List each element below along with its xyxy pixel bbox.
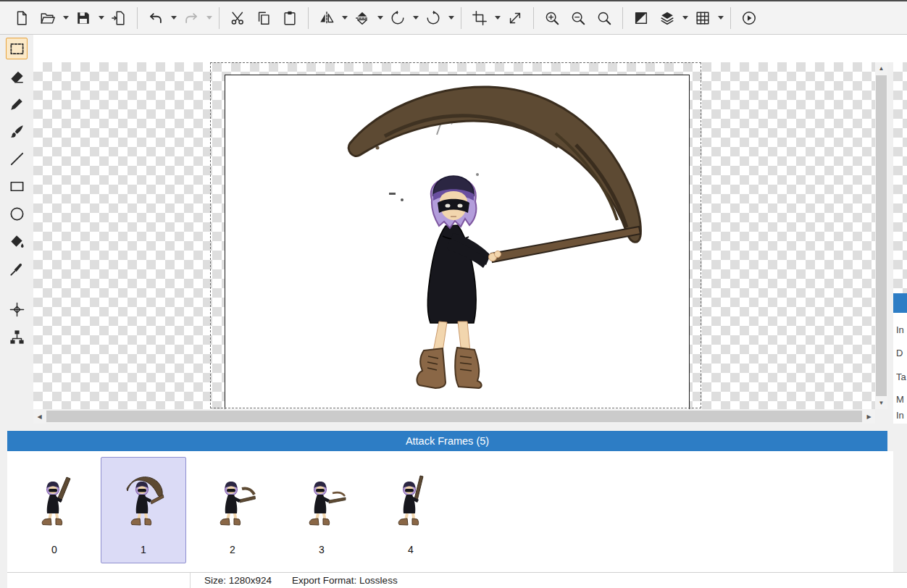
scroll-up-arrow[interactable]: ▲ bbox=[875, 62, 887, 75]
brush-tool[interactable] bbox=[6, 120, 28, 142]
frames-panel-header: Attack Frames (5) bbox=[7, 431, 887, 451]
layers-dropdown[interactable] bbox=[680, 5, 690, 31]
toolbar-separator bbox=[622, 7, 623, 29]
property-label: D bbox=[896, 348, 903, 358]
ellipse-tool[interactable] bbox=[6, 203, 28, 224]
position-tool[interactable] bbox=[6, 298, 28, 320]
grid-dropdown[interactable] bbox=[716, 5, 725, 31]
color-picker-tool[interactable] bbox=[6, 258, 28, 280]
rectangle-select-icon bbox=[9, 41, 25, 57]
zoom-in-button[interactable] bbox=[539, 5, 565, 31]
horizontal-scrollbar[interactable]: ◀ ▶ bbox=[33, 409, 875, 424]
save-icon bbox=[75, 10, 91, 26]
toolbar-separator bbox=[461, 7, 461, 29]
fill-bucket-tool[interactable] bbox=[6, 230, 28, 252]
crop-dropdown[interactable] bbox=[493, 5, 502, 31]
toolbar-separator bbox=[137, 7, 138, 29]
rectangle-icon bbox=[9, 178, 25, 195]
flip-horizontal-button[interactable] bbox=[314, 5, 340, 31]
rectangle-tool[interactable] bbox=[6, 175, 28, 197]
line-icon bbox=[9, 151, 25, 167]
frame-3[interactable]: 3 bbox=[279, 457, 364, 563]
eraser-tool[interactable] bbox=[6, 65, 28, 87]
chevron-down-icon bbox=[413, 16, 419, 20]
eraser-icon bbox=[9, 68, 25, 85]
rotate-counterclockwise-icon bbox=[390, 10, 406, 26]
top-toolbar bbox=[0, 0, 907, 35]
invert-colors-icon bbox=[633, 10, 649, 26]
rotate-clockwise-button[interactable] bbox=[420, 5, 446, 31]
zoom-out-button[interactable] bbox=[565, 5, 591, 31]
zoom-out-icon bbox=[570, 10, 586, 26]
canvas[interactable] bbox=[225, 75, 690, 409]
line-tool[interactable] bbox=[6, 148, 28, 169]
ellipse-icon bbox=[9, 206, 25, 222]
rotate-counterclockwise-button[interactable] bbox=[385, 5, 411, 31]
status-export-format: Export Format: Lossless bbox=[292, 575, 398, 586]
cut-button[interactable] bbox=[225, 5, 251, 31]
node-structure-icon bbox=[9, 329, 25, 345]
right-dock-header bbox=[893, 293, 907, 313]
export-image-icon bbox=[111, 10, 127, 26]
chevron-down-icon bbox=[99, 16, 104, 20]
undo-button[interactable] bbox=[143, 5, 169, 31]
frames-panel-title: Attack Frames (5) bbox=[406, 435, 489, 447]
scroll-down-arrow[interactable]: ▼ bbox=[875, 397, 887, 409]
rotate-clockwise-dropdown[interactable] bbox=[446, 5, 456, 31]
paste-button[interactable] bbox=[277, 5, 303, 31]
horizontal-scrollbar-thumb[interactable] bbox=[46, 411, 862, 422]
frame-4-label: 4 bbox=[408, 544, 414, 555]
new-file-button[interactable] bbox=[9, 5, 35, 31]
flip-vertical-dropdown[interactable] bbox=[375, 5, 385, 31]
frame-4[interactable]: 4 bbox=[368, 457, 454, 563]
canvas-viewport[interactable] bbox=[33, 62, 875, 409]
property-label: In bbox=[896, 410, 904, 421]
vertical-scrollbar[interactable]: ▲ ▼ bbox=[875, 62, 887, 409]
frame-2-label: 2 bbox=[230, 544, 235, 555]
grid-icon bbox=[695, 10, 711, 26]
flip-vertical-button[interactable] bbox=[349, 5, 375, 31]
rectangle-select-tool[interactable] bbox=[6, 38, 28, 59]
property-label: M bbox=[896, 394, 904, 405]
pencil-tool[interactable] bbox=[6, 93, 28, 114]
canvas-top-margin bbox=[33, 35, 907, 62]
invert-colors-button[interactable] bbox=[628, 5, 654, 31]
fill-bucket-icon bbox=[9, 233, 25, 250]
open-file-button[interactable] bbox=[35, 5, 61, 31]
open-file-dropdown[interactable] bbox=[61, 5, 70, 31]
scroll-right-arrow[interactable]: ▶ bbox=[863, 409, 875, 424]
save-button[interactable] bbox=[70, 5, 96, 31]
flip-horizontal-dropdown[interactable] bbox=[340, 5, 349, 31]
resize-button[interactable] bbox=[502, 5, 528, 31]
frame-2[interactable]: 2 bbox=[190, 457, 275, 563]
redo-button[interactable] bbox=[178, 5, 204, 31]
flip-vertical-icon bbox=[354, 10, 370, 26]
status-bar: Size: 1280x924Export Format: Lossless bbox=[7, 572, 907, 588]
scroll-left-arrow[interactable]: ◀ bbox=[33, 409, 46, 424]
frame-1[interactable]: 1 bbox=[101, 457, 186, 563]
flip-horizontal-icon bbox=[319, 10, 335, 26]
position-crosshair-icon bbox=[9, 301, 25, 318]
play-animation-button[interactable] bbox=[736, 5, 762, 31]
frame-4-thumbnail bbox=[385, 458, 436, 544]
crop-button[interactable] bbox=[467, 5, 493, 31]
frame-3-label: 3 bbox=[319, 544, 325, 555]
undo-dropdown[interactable] bbox=[169, 5, 178, 31]
layers-button[interactable] bbox=[654, 5, 680, 31]
property-label: Ta bbox=[896, 371, 906, 382]
rotate-counterclockwise-dropdown[interactable] bbox=[411, 5, 420, 31]
node-structure-tool[interactable] bbox=[6, 326, 28, 348]
grid-button[interactable] bbox=[690, 5, 716, 31]
vertical-scrollbar-thumb[interactable] bbox=[876, 75, 887, 396]
frame-2-thumbnail bbox=[207, 458, 258, 544]
toolbar-separator bbox=[308, 7, 309, 29]
save-dropdown[interactable] bbox=[96, 5, 106, 31]
copy-icon bbox=[256, 10, 272, 26]
zoom-icon bbox=[596, 10, 612, 26]
export-image-button[interactable] bbox=[106, 5, 132, 31]
redo-dropdown[interactable] bbox=[204, 5, 214, 31]
frame-0[interactable]: 0 bbox=[12, 457, 97, 563]
copy-button[interactable] bbox=[251, 5, 277, 31]
rotate-clockwise-icon bbox=[425, 10, 441, 26]
zoom-reset-button[interactable] bbox=[591, 5, 617, 31]
